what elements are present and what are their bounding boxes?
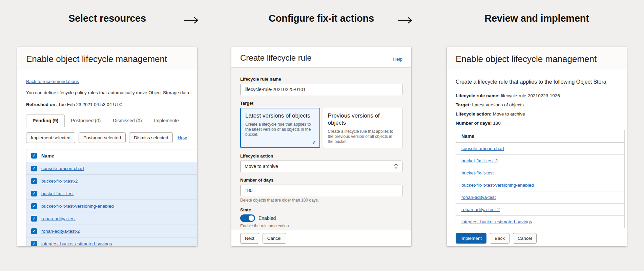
summary-label: Lifecycle action:: [456, 111, 492, 117]
step-title-select-resources: Select resources: [17, 13, 197, 24]
check-icon: ✓: [32, 167, 35, 170]
step-title-review-implement: Review and implement: [447, 13, 627, 24]
table-row: rohan-aditya-test: [456, 191, 624, 204]
step-arrow-icon: [181, 16, 202, 26]
tab-dismissed[interactable]: Dismissed (0): [107, 115, 148, 127]
target-option-previous-versions[interactable]: Previous versions of objects Create a li…: [323, 108, 403, 148]
bucket-link[interactable]: bucket-fix-it-test-versioning-enabled: [461, 183, 534, 188]
row-checkbox[interactable]: ✓: [31, 203, 37, 209]
header-checkbox-cell: ✓: [26, 153, 41, 159]
recommendation-tabs: Pending (9) Postponed (0) Dismissed (0) …: [26, 114, 197, 127]
check-icon: ✓: [32, 204, 35, 208]
lifecycle-action-select[interactable]: Move to archive: [240, 161, 402, 172]
rule-summary: Lifecycle rule name: lifecycle-rule-2021…: [456, 91, 627, 128]
row-checkbox[interactable]: ✓: [31, 241, 37, 247]
tab-implemented[interactable]: Implemente: [148, 115, 185, 127]
selected-check-icon: ✓: [312, 139, 316, 145]
panel3-footer: Implement Back Cancel: [447, 230, 627, 246]
cancel-button[interactable]: Cancel: [513, 233, 537, 244]
number-of-days-input[interactable]: [240, 185, 402, 196]
panel3-title: Enable object lifecycle management: [456, 54, 618, 64]
row-checkbox[interactable]: ✓: [31, 166, 37, 171]
bucket-link[interactable]: bucket-fix-it-test-2: [461, 158, 498, 163]
summary-action: Lifecycle action: Move to archive: [456, 109, 627, 119]
select-resources-panel: Enable object lifecycle management Back …: [17, 47, 197, 246]
target-group: Target Latest versions of objects Create…: [240, 101, 402, 148]
summary-value: Move to archive: [493, 111, 525, 117]
table-row: bucket-fix-it-test: [456, 167, 624, 179]
panel1-header: Enable object lifecycle management: [17, 47, 197, 70]
target-option-title: Latest versions of objects: [245, 112, 315, 119]
cancel-button[interactable]: Cancel: [263, 233, 286, 244]
tab-postponed[interactable]: Postponed (0): [65, 115, 107, 127]
check-icon: ✓: [32, 217, 35, 221]
refreshed-on: Refreshed on: Tue Feb 23 2021 04:53:04 U…: [26, 102, 188, 107]
table-row: integtest-bucket-estimated-savings: [456, 216, 624, 228]
bucket-link[interactable]: rohan-aditya-test: [41, 216, 76, 221]
row-checkbox[interactable]: ✓: [31, 178, 37, 184]
bucket-link[interactable]: bucket-fix-it-test: [41, 191, 74, 196]
table-header-row: ✓ Name: [26, 149, 197, 162]
select-all-checkbox[interactable]: ✓: [31, 153, 37, 159]
bucket-link[interactable]: integtest-bucket-estimated-savings: [461, 219, 532, 224]
tab-pending[interactable]: Pending (9): [26, 114, 65, 127]
back-button[interactable]: Back: [490, 233, 510, 244]
next-button[interactable]: Next: [240, 233, 259, 244]
panel1-description: You can define lifecycle policy rules th…: [26, 90, 197, 95]
summary-value: 180: [493, 121, 501, 126]
check-icon: ✓: [32, 179, 35, 183]
panel3-description: Create a lifecycle rule that applies to …: [456, 79, 627, 85]
row-checkbox[interactable]: ✓: [31, 228, 37, 234]
bucket-link[interactable]: console-amcon-chart: [461, 146, 504, 151]
step-title-configure-actions: Configure fix-it actions: [231, 13, 411, 24]
state-toggle-row: Enabled: [240, 214, 402, 222]
bucket-link[interactable]: rohan-aditya-test: [461, 195, 496, 200]
table-row: ✓ integtest-bucket-estimated-savings: [26, 237, 197, 246]
bucket-link[interactable]: rohan-aditya-test-2: [461, 207, 500, 212]
bucket-link[interactable]: integtest-bucket-estimated-savings: [41, 241, 112, 246]
toggle-knob: [249, 215, 254, 221]
rule-name-group: Lifecycle rule name: [240, 77, 402, 95]
row-checkbox[interactable]: ✓: [31, 216, 37, 222]
target-option-title: Previous versions of objects: [328, 112, 398, 126]
implement-button[interactable]: Implement: [456, 233, 486, 244]
postpone-selected-button[interactable]: Postpone selected: [79, 132, 126, 143]
table-row: console-amcon-chart: [456, 143, 624, 155]
summary-value: Latest versions of objects: [472, 102, 524, 107]
summary-rule-name: Lifecycle rule name: lifecycle-rule-2021…: [456, 91, 627, 100]
rule-name-label: Lifecycle rule name: [240, 77, 402, 82]
target-option-latest-versions[interactable]: Latest versions of objects Create a life…: [240, 108, 320, 148]
implement-selected-button[interactable]: Implement selected: [26, 132, 75, 143]
state-group: State Enabled Enable the rule on creatio…: [240, 207, 402, 228]
target-label: Target: [240, 101, 402, 106]
panel2-body: Lifecycle rule name Target Latest versio…: [231, 68, 411, 230]
table-row: bucket-fix-it-test-versioning-enabled: [456, 179, 624, 191]
summary-target: Target: Latest versions of objects: [456, 100, 627, 109]
panel3-body: Create a lifecycle rule that applies to …: [447, 70, 627, 228]
state-value: Enabled: [258, 215, 276, 221]
number-of-days-label: Number of days: [240, 178, 402, 183]
bucket-link[interactable]: bucket-fix-it-test-2: [41, 179, 78, 184]
bucket-link[interactable]: bucket-fix-it-test: [461, 170, 494, 175]
panel2-header: Create lifecycle rule Help: [231, 47, 411, 68]
bulk-action-row: Implement selected Postpone selected Dis…: [26, 132, 197, 143]
state-toggle[interactable]: [240, 214, 255, 222]
how-link[interactable]: How: [178, 135, 187, 140]
table-row: ✓ console-amcon-chart: [26, 162, 197, 175]
check-icon: ✓: [32, 154, 35, 158]
help-link[interactable]: Help: [393, 57, 402, 62]
row-checkbox[interactable]: ✓: [31, 191, 37, 196]
back-to-recommendations-link[interactable]: Back to recommendations: [26, 79, 79, 84]
dismiss-selected-button[interactable]: Dismiss selected: [129, 132, 173, 143]
bucket-link[interactable]: bucket-fix-it-test-versioning-enabled: [41, 204, 114, 209]
bucket-link[interactable]: console-amcon-chart: [41, 166, 84, 171]
summary-value: lifecycle-rule-20210223-1926: [501, 93, 560, 98]
summary-label: Target:: [456, 102, 471, 107]
summary-days: Number of days: 180: [456, 119, 627, 128]
target-option-description: Create a lifecycle rule that applies to …: [328, 129, 398, 144]
check-icon: ✓: [32, 229, 35, 233]
table-row: bucket-fix-it-test-2: [456, 155, 624, 167]
rule-name-input[interactable]: [240, 84, 402, 95]
bucket-link[interactable]: rohan-aditya-test-2: [41, 229, 80, 234]
check-icon: ✓: [32, 242, 35, 246]
